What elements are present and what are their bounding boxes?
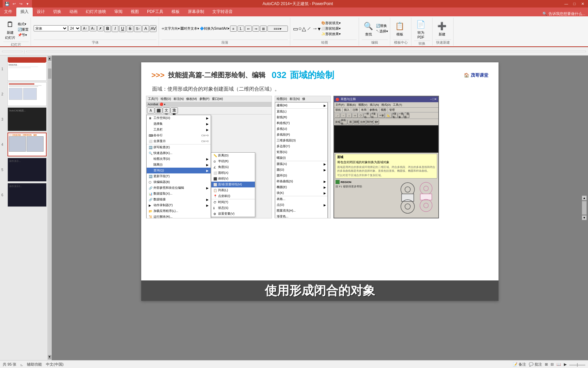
slide-item-6[interactable]: 6 操作演示2... xyxy=(7,183,46,207)
canvas-scroll-up[interactable]: ▲ xyxy=(582,196,587,200)
tab-manage[interactable]: 管理 xyxy=(388,108,396,112)
quicknew-btn[interactable]: ➕ 新建 xyxy=(435,20,449,37)
dm-gradient[interactable]: 渐变色... xyxy=(275,214,327,218)
format-btn[interactable]: 格式▾ xyxy=(18,22,29,27)
minimize-button[interactable]: — xyxy=(564,1,569,6)
sm-angle[interactable]: ∠角度(G) xyxy=(211,164,255,170)
menu-window[interactable]: 窗口(W) xyxy=(211,96,224,102)
acad-tb-btn3[interactable]: ○ xyxy=(346,113,352,118)
menu-loadapp[interactable]: 📂加载应用程序(L)... xyxy=(147,208,211,214)
new-slide-btn[interactable]: 🗒 新建 幻灯片 xyxy=(3,18,17,41)
sm-status[interactable]: ℹ状态(S) xyxy=(211,205,255,211)
reset-btn[interactable]: 🔄重置 xyxy=(18,27,29,32)
acad-tb2-btn3[interactable]: 圆 xyxy=(348,120,353,124)
acad-menu-insert[interactable]: 插入(N) xyxy=(369,103,380,107)
menu-action[interactable]: ▶动作录制器(T)▶ xyxy=(147,202,211,208)
slide-item-3[interactable]: 3 AutoCAD截图... xyxy=(7,107,46,131)
menu-spell[interactable]: 🔤拼写检查(E) xyxy=(147,144,211,150)
slide-panel-scrollbar[interactable]: ▲ ▼ xyxy=(48,56,52,360)
acad-menu-home[interactable]: 面板(E) xyxy=(346,103,357,107)
dm-point[interactable]: 点(O)▶ xyxy=(275,202,327,208)
font-size-select[interactable]: 24 xyxy=(68,25,81,31)
canvas-scroll-down[interactable]: ▼ xyxy=(582,215,587,220)
menu-isolate[interactable]: 隔离(I)▶ xyxy=(147,162,211,168)
select-btn[interactable]: ↖选择▾ xyxy=(376,29,388,34)
pdf-btn[interactable]: 📄 转为 PDF xyxy=(414,18,428,40)
dm-table[interactable]: 表格... xyxy=(275,196,327,202)
menu-draw-m[interactable]: 绘图(D) xyxy=(276,96,288,102)
acad-menu-file[interactable]: 文件(F) xyxy=(334,103,345,107)
dm-model[interactable]: 建模(M)▶ xyxy=(275,103,327,108)
triangle-shape[interactable]: △ xyxy=(302,26,306,32)
dm-ellipse[interactable]: 椭圆(E)▶ xyxy=(275,184,327,190)
acad-tb-trim[interactable]: ✂修 xyxy=(378,113,385,118)
canvas-scroll-thumb[interactable] xyxy=(582,201,587,215)
close-button[interactable]: ✕ xyxy=(580,1,585,6)
text-direction-btn[interactable]: ⬄文字方向▾ xyxy=(162,26,180,31)
shape-effects-btn[interactable]: ✨形状效果▾ xyxy=(321,32,341,36)
menu-param[interactable]: 参数(P) xyxy=(198,96,211,102)
acad-menu-view[interactable]: 视图(V) xyxy=(357,103,369,107)
tab-transition[interactable]: 切换 xyxy=(49,7,65,16)
clear-format-btn[interactable]: ✗ xyxy=(97,25,103,31)
slideshow-btn[interactable]: ▶ xyxy=(564,362,567,367)
scrollbar-thumb[interactable] xyxy=(48,68,51,79)
dm-arc[interactable]: 圆弧(A)▶ xyxy=(275,161,327,167)
tb-note[interactable]: 注释 xyxy=(170,107,178,113)
cell-ref[interactable] xyxy=(2,51,22,52)
tab-parametric[interactable]: 参数化 xyxy=(368,108,379,112)
tab-file[interactable]: 文件 xyxy=(0,7,16,16)
menu-runscript[interactable]: 📜运行脚本(R)... xyxy=(147,214,211,218)
char-spacing-btn[interactable]: AV xyxy=(150,25,157,32)
section-btn[interactable]: 📌节▾ xyxy=(18,33,29,37)
sm-list[interactable]: 📋列表(L) xyxy=(211,187,255,193)
menu-fullscreen[interactable]: ⬜全屏显示Ctrl+0 xyxy=(147,138,211,144)
acad-tb2-btn4[interactable]: 圆图 xyxy=(354,120,359,124)
formula-input[interactable] xyxy=(26,51,586,52)
menu-query-selected[interactable]: 查询(Q)▶ xyxy=(147,168,211,173)
tab-home[interactable]: 联机 xyxy=(334,108,343,112)
acad-tb-mirror[interactable]: ↔镜像 xyxy=(398,113,404,118)
slide-item-5[interactable]: 5 操作演示... xyxy=(7,158,46,182)
shape-outline-btn[interactable]: ⬜形状轮廓▾ xyxy=(321,26,341,31)
shape-fill-btn[interactable]: 🎨形状填充▾ xyxy=(321,21,341,26)
menu-xref[interactable]: 🔗外部参照和块在位编辑▶ xyxy=(147,185,211,191)
strikethrough-btn[interactable]: S xyxy=(127,25,133,32)
tab-slideshow[interactable]: 幻灯片放映 xyxy=(82,7,110,16)
acad-menu-tools[interactable]: 工具(T) xyxy=(392,103,403,107)
qa-more[interactable]: ▾ xyxy=(24,1,31,7)
font-decrease-btn[interactable]: A↓ xyxy=(89,25,97,31)
acad-tb-btn4[interactable]: ▭ xyxy=(352,113,358,118)
acad-tb-fillet[interactable]: ⌒圆图 xyxy=(404,113,409,118)
tab-layout[interactable]: 布局 xyxy=(360,108,368,112)
canvas-scroll-v[interactable]: ▲ ▼ xyxy=(582,196,587,220)
acad-tb2-btn2[interactable]: 多线段 xyxy=(341,120,347,124)
bullet-btn[interactable]: ≡ xyxy=(230,26,237,32)
dm-pline[interactable]: 多线段(P) xyxy=(275,132,327,138)
menu-draw[interactable]: 绘图(O) xyxy=(160,96,172,102)
template-btn[interactable]: 📋 模板 xyxy=(393,20,407,37)
tab-annotate[interactable]: 注释 xyxy=(351,108,360,112)
menu-modify[interactable]: 修改(M) xyxy=(185,96,198,102)
acad-tb2-btn5[interactable]: 修▾ xyxy=(374,120,379,124)
dm-ray[interactable]: 射线(R) xyxy=(275,114,327,120)
acad-tb2-stretch[interactable]: 拉伸 xyxy=(359,120,366,124)
acad-tb2-btn1[interactable]: 直线 xyxy=(335,120,340,124)
dm-polygon[interactable]: 多边形(Y) xyxy=(275,143,327,149)
tab-insert[interactable]: 插入 xyxy=(343,108,351,112)
menu-qselect[interactable]: 🔍快速选择(K)... xyxy=(147,150,211,156)
reading-view-btn[interactable]: 📖 xyxy=(556,362,561,367)
menu-dim-m[interactable]: 标注(N) xyxy=(289,96,301,102)
decrease-indent-btn[interactable]: ⇐ xyxy=(245,26,252,32)
replace-btn[interactable]: 🔄替换 xyxy=(376,24,388,28)
acad-tb-scale[interactable]: 📐 xyxy=(385,113,392,118)
tb-btn1[interactable]: A xyxy=(147,107,154,113)
qa-undo[interactable]: ↩ xyxy=(11,1,17,7)
more-shapes[interactable]: ▾ xyxy=(318,26,321,32)
dm-spline[interactable]: 样条曲线(S)▶ xyxy=(275,179,327,184)
scrollbar-up-btn[interactable]: ▲ xyxy=(48,56,51,61)
line-shape[interactable]: ⟋ xyxy=(306,26,312,32)
slide-item-1[interactable]: 1 技能提高篇... xyxy=(7,57,46,81)
dm-helix[interactable]: 螺旋(I) xyxy=(275,155,327,161)
notes-btn[interactable]: 📝 备注 xyxy=(513,362,526,367)
